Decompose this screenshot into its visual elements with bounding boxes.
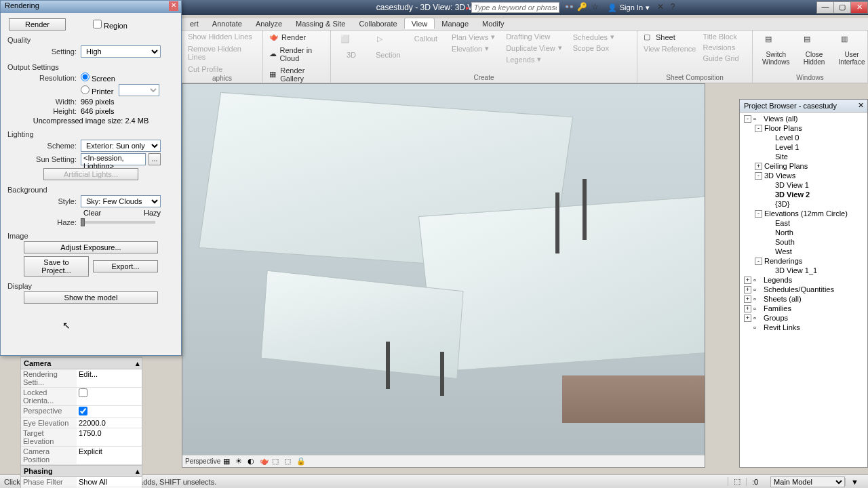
crop-icon[interactable]: ⬚ <box>272 457 281 466</box>
camera-category[interactable]: Camera▴ <box>21 357 142 369</box>
phasing-category[interactable]: Phasing▴ <box>21 465 142 477</box>
property-row[interactable]: Target Elevation1750.0 <box>21 428 142 447</box>
tab-annotate[interactable]: Annotate <box>205 18 249 30</box>
render-button[interactable]: 🫖Render <box>267 32 308 43</box>
callout-button[interactable]: Callout <box>409 32 443 45</box>
property-row[interactable]: Camera PositionExplicit <box>21 447 142 465</box>
expand-icon[interactable]: + <box>744 286 751 293</box>
exchange-icon[interactable]: ✕ <box>655 2 666 13</box>
tree-node[interactable]: -Floor Plans <box>740 123 867 133</box>
tree-node[interactable]: ▫Revit Links <box>740 323 867 332</box>
property-row[interactable]: Phase FilterShow All <box>21 477 142 487</box>
section-button[interactable]: ▷Section <box>370 32 406 62</box>
dialog-close-button[interactable]: ✕ <box>169 1 178 11</box>
tab-analyze[interactable]: Analyze <box>249 18 289 30</box>
tree-node[interactable]: Level 1 <box>740 142 867 152</box>
expand-icon[interactable]: - <box>755 258 762 265</box>
visual-style-icon[interactable]: ▦ <box>223 457 233 466</box>
printer-radio[interactable]: Printer <box>81 85 113 96</box>
tree-node[interactable]: East <box>740 218 867 228</box>
lighting-scheme-dropdown[interactable]: Exterior: Sun only <box>81 140 161 152</box>
help-icon[interactable]: ? <box>667 2 678 13</box>
render-gallery-button[interactable]: ▦Render Gallery <box>267 66 326 83</box>
sheet-button[interactable]: ▢Sheet <box>642 32 698 43</box>
minimize-button[interactable]: — <box>816 1 834 14</box>
user-interface-button[interactable]: ▥ User Interface <box>833 32 868 68</box>
guide-grid-button[interactable]: Guide Grid <box>701 54 741 63</box>
expand-icon[interactable]: - <box>755 125 762 132</box>
legends-button[interactable]: Legends ▾ <box>504 54 564 64</box>
title-block-button[interactable]: Title Block <box>701 32 741 41</box>
binoculars-icon[interactable]: 👓 <box>564 2 575 13</box>
screen-radio[interactable]: Screen <box>81 73 115 83</box>
plan-views-button[interactable]: Plan Views ▾ <box>450 32 497 42</box>
lock-icon[interactable]: 🔒 <box>296 457 306 466</box>
tree-node[interactable]: -▫Views (all) <box>740 114 867 123</box>
browser-close-button[interactable]: ✕ <box>856 101 865 110</box>
property-row[interactable]: Locked Orienta... <box>21 388 142 406</box>
sun-setting-browse-button[interactable]: ... <box>149 153 161 165</box>
tab-collaborate[interactable]: Collaborate <box>352 18 403 30</box>
expand-icon[interactable]: - <box>755 210 762 218</box>
view-ref-button[interactable]: View Reference <box>642 44 698 54</box>
tree-node[interactable]: +▫Families <box>740 304 867 313</box>
tab-view[interactable]: View <box>404 18 435 29</box>
tree-node[interactable]: 3D View 1 <box>740 180 867 190</box>
revisions-button[interactable]: Revisions <box>701 43 741 52</box>
region-checkbox[interactable] <box>93 20 102 28</box>
render-icon[interactable]: 🫖 <box>260 457 269 466</box>
close-button[interactable]: ✕ <box>850 1 868 14</box>
tree-node[interactable]: West <box>740 247 867 256</box>
search-input[interactable] <box>471 2 559 13</box>
collapse-icon[interactable]: ▴ <box>136 359 140 368</box>
tree-node[interactable]: -3D Views <box>740 171 867 180</box>
haze-slider[interactable] <box>81 221 155 224</box>
tree-node[interactable]: South <box>740 237 867 247</box>
sun-path-icon[interactable]: ☀ <box>235 457 245 466</box>
3d-viewport[interactable]: Perspective ▦ ☀ ◐ 🫖 ⬚ ⬚ 🔒 <box>182 83 705 468</box>
collapse-icon[interactable]: ▴ <box>136 467 140 476</box>
property-row[interactable]: Eye Elevation22000.0 <box>21 418 142 428</box>
expand-icon[interactable]: - <box>744 115 751 123</box>
switch-windows-button[interactable]: ▤ Switch Windows <box>757 32 795 68</box>
tree-node[interactable]: Site <box>740 152 867 161</box>
tree-node[interactable]: +Ceiling Plans <box>740 161 867 171</box>
shadows-icon[interactable]: ◐ <box>248 457 257 466</box>
tree-node[interactable]: -Renderings <box>740 256 867 266</box>
key-icon[interactable]: 🔑 <box>577 2 588 13</box>
favorite-icon[interactable]: ☆ <box>590 2 601 13</box>
tree-node[interactable]: -Elevations (12mm Circle) <box>740 209 867 218</box>
show-model-button[interactable]: Show the model <box>24 291 158 304</box>
render-cloud-button[interactable]: ☁Render in Cloud <box>267 45 326 63</box>
press-drag-icon[interactable]: ⬚ <box>728 477 746 486</box>
elevation-button[interactable]: Elevation ▾ <box>450 43 497 54</box>
3d-view-button[interactable]: ⬜3D <box>335 32 368 62</box>
tab-modify[interactable]: Modify <box>475 18 511 30</box>
tree-node[interactable]: {3D} <box>740 199 867 209</box>
maximize-button[interactable]: ▢ <box>833 1 851 14</box>
tree-node[interactable]: 3D View 2 <box>740 190 867 199</box>
filter-icon[interactable]: ▼ <box>845 478 864 486</box>
property-row[interactable]: Perspective <box>21 406 142 418</box>
tree-node[interactable]: +▫Schedules/Quantities <box>740 285 867 294</box>
signin-button[interactable]: 👤 Sign In ▾ <box>608 3 650 12</box>
tree-node[interactable]: 3D View 1_1 <box>740 266 867 275</box>
crop-show-icon[interactable]: ⬚ <box>284 457 294 466</box>
export-button[interactable]: Export... <box>93 260 158 272</box>
project-browser-title[interactable]: Project Browser - casestudy ✕ <box>740 100 867 113</box>
tab-manage[interactable]: Manage <box>435 18 475 30</box>
save-to-project-button[interactable]: Save to Project... <box>24 256 89 277</box>
property-row[interactable]: Rendering Setti...Edit... <box>21 369 142 388</box>
tab-insert[interactable]: ert <box>183 18 205 30</box>
expand-icon[interactable]: - <box>755 172 762 180</box>
tab-massing[interactable]: Massing & Site <box>289 18 352 30</box>
tree-node[interactable]: +▫Groups <box>740 313 867 323</box>
expand-icon[interactable]: + <box>744 305 751 312</box>
tree-node[interactable]: Level 0 <box>740 133 867 142</box>
expand-icon[interactable]: + <box>755 163 762 170</box>
workset-dropdown[interactable]: Main Model <box>770 476 845 487</box>
schedules-button[interactable]: Schedules ▾ <box>571 32 616 42</box>
expand-icon[interactable]: + <box>744 296 751 303</box>
duplicate-view-button[interactable]: Duplicate View ▾ <box>504 43 564 53</box>
background-style-dropdown[interactable]: Sky: Few Clouds <box>81 195 161 207</box>
